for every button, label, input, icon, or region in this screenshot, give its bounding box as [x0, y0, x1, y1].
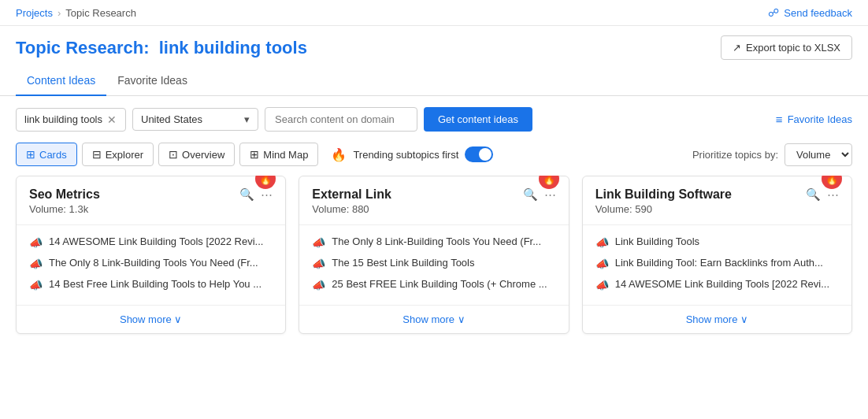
export-icon: ↗	[733, 42, 741, 54]
card-links: 📣 The Only 8 Link-Building Tools You Nee…	[299, 232, 568, 302]
search-tag: link building tools ✕	[16, 108, 126, 132]
megaphone-icon: 📣	[595, 279, 609, 291]
card-link-item: 📣 Link Building Tools	[595, 232, 839, 253]
breadcrumb-parent[interactable]: Projects	[16, 7, 53, 19]
megaphone-icon: 📣	[29, 279, 43, 291]
megaphone-icon: 📣	[29, 236, 43, 249]
card-title: Seo Metrics	[29, 187, 239, 202]
card-link-text: Link Building Tool: Earn Backlinks from …	[615, 257, 823, 269]
card-header: Link Building Software Volume: 590 🔍 ⋯	[583, 176, 851, 221]
page-title-static: Topic Research:	[16, 38, 150, 57]
card-search-button[interactable]: 🔍	[523, 187, 538, 202]
tab-favorite-ideas[interactable]: Favorite Ideas	[106, 66, 198, 96]
page-title-dynamic: link building tools	[159, 38, 307, 57]
get-content-ideas-label: Get content ideas	[438, 113, 518, 125]
breadcrumb: Projects › Topic Research	[16, 7, 136, 19]
card-more-button[interactable]: ⋯	[827, 187, 839, 202]
send-feedback-label: Send feedback	[784, 7, 852, 19]
table-icon: ⊟	[92, 148, 102, 161]
list-icon: ≡	[776, 113, 783, 126]
chevron-down-icon: ▾	[244, 113, 250, 125]
card-link-item: 📣 14 AWESOME Link Building Tools [2022 R…	[595, 274, 839, 295]
megaphone-icon: 📣	[312, 279, 325, 291]
card-link-text: 14 AWESOME Link Building Tools [2022 Rev…	[49, 235, 263, 247]
card-show-more[interactable]: Show more ∨	[17, 305, 285, 333]
card-show-more[interactable]: Show more ∨	[299, 305, 568, 333]
card-show-more[interactable]: Show more ∨	[583, 305, 851, 333]
card-link-text: The Only 8 Link-Building Tools You Need …	[332, 235, 541, 247]
card-seo-metrics: 🔥 Seo Metrics Volume: 1.3k 🔍 ⋯ 📣 14 AWES…	[16, 176, 286, 334]
prioritize-label: Prioritize topics by:	[692, 149, 778, 161]
priority-select[interactable]: Volume	[785, 143, 852, 166]
megaphone-icon: 📣	[595, 258, 609, 270]
card-link-item: 📣 The Only 8 Link-Building Tools You Nee…	[29, 253, 273, 274]
view-cards-button[interactable]: ⊞ Cards	[16, 143, 77, 166]
card-link-text: 25 Best FREE Link Building Tools (+ Chro…	[332, 278, 547, 290]
card-link-item: 📣 Link Building Tool: Earn Backlinks fro…	[595, 253, 839, 274]
card-title-block: Seo Metrics Volume: 1.3k	[29, 187, 239, 215]
card-link-text: The Only 8 Link-Building Tools You Need …	[49, 257, 258, 269]
export-label: Export topic to XLSX	[746, 42, 840, 54]
tabs-bar: Content Ideas Favorite Ideas	[0, 66, 868, 96]
domain-search-input[interactable]	[265, 107, 417, 132]
search-tag-value: link building tools	[24, 113, 102, 125]
card-search-button[interactable]: 🔍	[806, 187, 821, 202]
card-actions: 🔍 ⋯	[239, 187, 273, 202]
cards-container: 🔥 Seo Metrics Volume: 1.3k 🔍 ⋯ 📣 14 AWES…	[0, 176, 868, 350]
megaphone-icon: 📣	[29, 258, 43, 270]
get-content-ideas-button[interactable]: Get content ideas	[424, 107, 532, 132]
trending-toggle-row: 🔥 Trending subtopics first	[331, 146, 493, 162]
card-divider	[583, 224, 851, 225]
favorite-ideas-link[interactable]: ≡ Favorite Ideas	[776, 113, 852, 126]
view-row: ⊞ Cards ⊟ Explorer ⊡ Overview ⊞ Mind Map…	[0, 143, 868, 176]
megaphone-icon: 📣	[312, 236, 325, 249]
fire-icon: 🔥	[331, 147, 347, 162]
send-feedback-button[interactable]: ☍ Send feedback	[768, 6, 852, 19]
card-volume: Volume: 590	[595, 203, 806, 215]
card-links: 📣 14 AWESOME Link Building Tools [2022 R…	[17, 232, 285, 302]
view-mindmap-label: Mind Map	[263, 149, 308, 161]
feedback-icon: ☍	[768, 6, 779, 19]
card-link-text: 14 AWESOME Link Building Tools [2022 Rev…	[615, 278, 829, 290]
view-cards-label: Cards	[39, 149, 67, 161]
tab-content-ideas-label: Content Ideas	[27, 74, 95, 87]
view-mindmap-button[interactable]: ⊞ Mind Map	[239, 143, 318, 166]
prioritize-row: Prioritize topics by: Volume	[692, 143, 852, 166]
page-header: Topic Research: link building tools ↗ Ex…	[0, 26, 868, 66]
card-more-button[interactable]: ⋯	[544, 187, 556, 202]
card-title: Link Building Software	[595, 187, 806, 202]
view-explorer-label: Explorer	[106, 149, 143, 161]
card-link-text: Link Building Tools	[615, 235, 699, 247]
card-title-block: Link Building Software Volume: 590	[595, 187, 806, 215]
card-volume: Volume: 1.3k	[29, 203, 239, 215]
search-tag-close[interactable]: ✕	[107, 113, 117, 126]
card-link-text: The 15 Best Link Building Tools	[332, 257, 474, 269]
card-more-button[interactable]: ⋯	[261, 187, 273, 202]
view-explorer-button[interactable]: ⊟ Explorer	[82, 143, 154, 166]
breadcrumb-current: Topic Research	[65, 7, 136, 19]
card-link-item: 📣 14 AWESOME Link Building Tools [2022 R…	[29, 232, 273, 253]
tab-favorite-ideas-label: Favorite Ideas	[117, 74, 187, 87]
view-overview-button[interactable]: ⊡ Overview	[158, 143, 235, 166]
card-link-item: 📣 The 15 Best Link Building Tools	[312, 253, 555, 274]
view-left: ⊞ Cards ⊟ Explorer ⊡ Overview ⊞ Mind Map…	[16, 143, 493, 166]
view-overview-label: Overview	[182, 149, 224, 161]
trending-toggle[interactable]	[465, 146, 493, 162]
cards-icon: ⊞	[26, 148, 35, 161]
top-bar: Projects › Topic Research ☍ Send feedbac…	[0, 0, 868, 26]
trending-label: Trending subtopics first	[353, 149, 458, 161]
country-value: United States	[141, 113, 202, 125]
country-selector[interactable]: United States ▾	[132, 108, 258, 131]
export-button[interactable]: ↗ Export topic to XLSX	[721, 35, 852, 60]
megaphone-icon: 📣	[595, 236, 609, 249]
card-search-button[interactable]: 🔍	[239, 187, 254, 202]
fav-ideas-label: Favorite Ideas	[788, 113, 852, 125]
megaphone-icon: 📣	[312, 258, 325, 270]
breadcrumb-separator: ›	[57, 7, 61, 19]
card-divider	[17, 224, 285, 225]
card-title-block: External Link Volume: 880	[312, 187, 522, 215]
overview-icon: ⊡	[169, 148, 178, 161]
tab-content-ideas[interactable]: Content Ideas	[16, 66, 106, 96]
card-link-text: 14 Best Free Link Building Tools to Help…	[49, 278, 262, 290]
page-title: Topic Research: link building tools	[16, 38, 307, 58]
